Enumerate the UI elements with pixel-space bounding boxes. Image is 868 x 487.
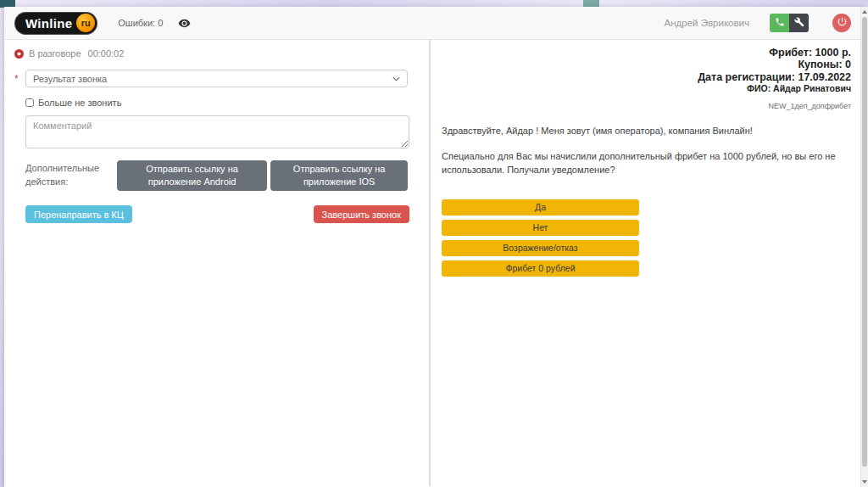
call-status-row: В разговоре 00:00:02 bbox=[14, 48, 408, 59]
record-dot-icon bbox=[14, 49, 24, 59]
logout-power-button[interactable] bbox=[832, 14, 851, 32]
comment-textarea[interactable] bbox=[25, 115, 409, 148]
main-content: В разговоре 00:00:02 * Результат звонка … bbox=[4, 40, 868, 486]
tool-button-group bbox=[770, 14, 809, 32]
end-call-button[interactable]: Завершить звонок bbox=[314, 205, 409, 223]
phone-icon bbox=[775, 17, 785, 30]
answer-buttons: Да Нет Возражение/отказ Фрибет 0 рублей bbox=[442, 199, 639, 277]
campaign-tag: NEW_1деп_допфрибет bbox=[442, 102, 851, 110]
scrollbar-thumb[interactable] bbox=[862, 17, 867, 467]
answer-freebet-zero-button[interactable]: Фрибет 0 рублей bbox=[442, 260, 639, 277]
client-info-block: Фрибет: 1000 р. Купоны: 0 Дата регистрац… bbox=[442, 47, 851, 110]
app-window: Winline ru Ошибки: 0 Андрей Эврикович В … bbox=[4, 7, 868, 487]
send-android-link-button[interactable]: Отправить ссылку на приложение Android bbox=[117, 160, 268, 191]
scrollbar-down-arrow[interactable] bbox=[861, 478, 868, 486]
extra-actions-row: Дополнительные действия: Отправить ссылк… bbox=[25, 160, 408, 191]
no-more-calls-row: Больше не звонить bbox=[25, 98, 408, 108]
logo-ru-badge: ru bbox=[76, 14, 95, 32]
desktop: { "topbar": { "logo_text": "Winline", "l… bbox=[0, 0, 868, 487]
wallpaper-accent-center bbox=[583, 0, 599, 7]
answer-yes-button[interactable]: Да bbox=[442, 199, 639, 216]
logo-text: Winline bbox=[25, 16, 72, 31]
scrollbar-up-arrow[interactable] bbox=[861, 8, 868, 16]
call-timer: 00:00:02 bbox=[88, 48, 125, 59]
call-result-select-value: Результат звонка bbox=[33, 74, 107, 84]
script-question: Специально для Вас мы начислили дополнит… bbox=[442, 150, 840, 177]
client-registration-date: Дата регистрации: 17.09.2022 bbox=[442, 71, 851, 83]
client-script-panel: Фрибет: 1000 р. Купоны: 0 Дата регистрац… bbox=[431, 40, 868, 486]
wrench-icon bbox=[794, 17, 804, 30]
redirect-to-cc-button[interactable]: Перенаправить в КЦ bbox=[25, 205, 132, 223]
required-marker: * bbox=[14, 73, 20, 85]
call-script: Здравствуйте, Айдар ! Меня зовут (имя оп… bbox=[442, 125, 840, 177]
topbar: Winline ru Ошибки: 0 Андрей Эврикович bbox=[4, 7, 868, 40]
winline-logo: Winline ru bbox=[14, 12, 97, 35]
power-icon bbox=[837, 16, 848, 30]
call-status-label: В разговоре bbox=[29, 48, 81, 59]
errors-counter: Ошибки: 0 bbox=[118, 18, 163, 28]
eye-icon[interactable] bbox=[178, 17, 191, 30]
call-result-select[interactable]: Результат звонка bbox=[25, 70, 408, 87]
phone-button[interactable] bbox=[770, 14, 789, 32]
operator-name: Андрей Эврикович bbox=[665, 18, 749, 28]
no-more-calls-label: Больше не звонить bbox=[38, 98, 121, 108]
answer-objection-button[interactable]: Возражение/отказ bbox=[442, 240, 639, 256]
answer-no-button[interactable]: Нет bbox=[442, 220, 639, 236]
send-ios-link-button[interactable]: Отправить ссылку на приложение IOS bbox=[270, 160, 408, 191]
extra-actions-label: Дополнительные действия: bbox=[25, 160, 117, 189]
no-more-calls-checkbox[interactable] bbox=[25, 98, 34, 107]
client-freebet: Фрибет: 1000 р. bbox=[442, 47, 851, 59]
client-full-name: ФИО: Айдар Ринатович bbox=[442, 83, 851, 95]
vertical-scrollbar[interactable] bbox=[860, 7, 868, 487]
call-final-row: Перенаправить в КЦ Завершить звонок bbox=[25, 205, 409, 223]
call-result-row: * Результат звонка bbox=[14, 70, 408, 87]
call-control-panel: В разговоре 00:00:02 * Результат звонка … bbox=[4, 40, 431, 486]
settings-wrench-button[interactable] bbox=[789, 14, 809, 32]
chevron-down-icon bbox=[392, 76, 400, 81]
script-greeting: Здравствуйте, Айдар ! Меня зовут (имя оп… bbox=[442, 125, 840, 138]
client-coupons: Купоны: 0 bbox=[442, 59, 851, 70]
